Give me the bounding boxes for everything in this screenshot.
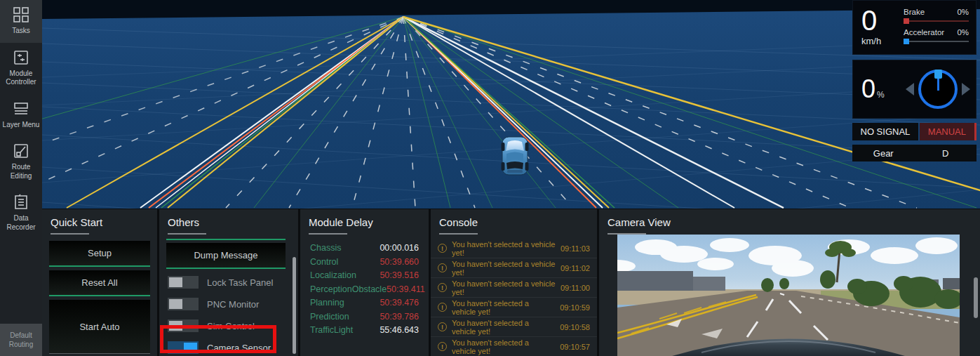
console-message-text: You haven't selected a vehicle yet! bbox=[452, 240, 556, 257]
panel-title: Module Delay bbox=[300, 209, 429, 228]
warning-icon: ! bbox=[438, 342, 447, 351]
sidebar-footer-label: Default Routing bbox=[0, 331, 42, 349]
panel-title: Others bbox=[159, 209, 298, 228]
vehicle-dashboard: 0 km/h Brake 0% Accelerator 0% bbox=[852, 0, 976, 161]
console-message-time: 09:11:02 bbox=[561, 264, 590, 272]
module-delay-panel: Module Delay Chassis 00:00.016 Control 5… bbox=[300, 209, 429, 356]
main-3d-viewport[interactable]: 0 km/h Brake 0% Accelerator 0% bbox=[42, 0, 980, 209]
module-name: Control bbox=[310, 256, 338, 270]
module-name: Localization bbox=[310, 269, 356, 283]
steering-wheel-knob bbox=[934, 70, 942, 79]
module-delay-row: TrafficLight 55:46.643 bbox=[310, 324, 419, 338]
ego-vehicle bbox=[502, 137, 529, 175]
toggle-row-camera-sensor: Camera Sensor bbox=[166, 339, 291, 356]
console-message-text: You haven't selected a vehicle yet! bbox=[452, 319, 555, 336]
quick-start-panel: Quick Start Setup Reset All Start Auto bbox=[42, 209, 157, 356]
signal-row: NO SIGNAL MANUAL bbox=[852, 123, 976, 140]
route-editing-icon bbox=[12, 142, 30, 160]
sidebar-item-default-routing[interactable]: Default Routing bbox=[0, 324, 42, 356]
sim-control-toggle[interactable] bbox=[168, 319, 199, 332]
module-name: Chassis bbox=[310, 242, 341, 256]
module-name: Planning bbox=[310, 296, 344, 310]
console-message-row: ! You haven't selected a vehicle yet! 09… bbox=[431, 278, 597, 298]
module-delay-row: Chassis 00:00.016 bbox=[310, 242, 419, 256]
toggle-label: Sim Control bbox=[207, 321, 255, 331]
driving-mode-badge: MANUAL bbox=[920, 123, 976, 140]
gear-value: D bbox=[915, 148, 977, 159]
module-delay-value: 50:39.476 bbox=[380, 296, 419, 310]
toggle-knob bbox=[169, 299, 182, 309]
panel-title: Console bbox=[431, 209, 597, 228]
console-message-text: You haven't selected a vehicle yet! bbox=[452, 338, 555, 355]
module-delay-row: Prediction 50:39.786 bbox=[310, 310, 419, 324]
console-panel: Console ! You haven't selected a vehicle… bbox=[431, 209, 597, 356]
camera-view-panel: Camera View bbox=[599, 209, 980, 356]
toggle-knob bbox=[169, 321, 182, 331]
bottom-panel-strip: Quick Start Setup Reset All Start Auto O… bbox=[42, 209, 980, 356]
sidebar: Tasks Module Controller Layer Menu Rou bbox=[0, 0, 42, 356]
title-underline bbox=[168, 233, 206, 235]
module-delay-row: PerceptionObstacle 50:39.411 bbox=[310, 283, 419, 297]
brake-slider bbox=[904, 20, 969, 22]
tasks-icon bbox=[12, 6, 30, 24]
brake-slider-knob bbox=[904, 18, 909, 24]
warning-icon: ! bbox=[438, 303, 447, 312]
brake-percent: 0% bbox=[957, 8, 969, 16]
warning-icon: ! bbox=[438, 283, 447, 292]
speed-unit: km/h bbox=[861, 36, 898, 46]
module-delay-value: 50:39.516 bbox=[380, 269, 419, 283]
module-delay-row: Control 50:39.660 bbox=[310, 256, 419, 270]
sidebar-item-label: Tasks bbox=[12, 27, 30, 36]
reset-all-button[interactable]: Reset All bbox=[49, 270, 150, 296]
module-delay-value: 50:39.660 bbox=[380, 256, 419, 270]
gear-label: Gear bbox=[852, 148, 915, 159]
dump-message-button[interactable]: Dump Message bbox=[166, 243, 286, 269]
console-message-text: You haven't selected a vehicle yet! bbox=[452, 299, 555, 316]
pnc-monitor-toggle[interactable] bbox=[168, 298, 199, 310]
sidebar-item-label: Data Recorder bbox=[1, 214, 41, 232]
brake-indicator: Brake 0% bbox=[904, 8, 969, 22]
data-recorder-icon bbox=[12, 193, 30, 211]
lock-task-panel-toggle[interactable] bbox=[168, 276, 199, 289]
module-name: PerceptionObstacle bbox=[310, 283, 387, 297]
sidebar-item-label: Module Controller bbox=[1, 70, 41, 87]
console-message-text: You haven't selected a vehicle yet! bbox=[452, 260, 556, 277]
setup-button[interactable]: Setup bbox=[49, 241, 150, 267]
sidebar-item-layer-menu[interactable]: Layer Menu bbox=[0, 94, 42, 137]
warning-icon: ! bbox=[438, 263, 447, 272]
sidebar-item-module-controller[interactable]: Module Controller bbox=[0, 43, 42, 94]
accelerator-indicator: Accelerator 0% bbox=[904, 28, 969, 42]
speed-value: 0 bbox=[861, 6, 898, 34]
camera-sensor-toggle[interactable] bbox=[168, 341, 199, 354]
console-message-time: 09:11:03 bbox=[561, 244, 590, 253]
toggle-label: Camera Sensor bbox=[207, 343, 271, 353]
sidebar-item-data-recorder[interactable]: Data Recorder bbox=[0, 187, 42, 239]
accelerator-percent: 0% bbox=[957, 28, 969, 37]
console-message-row: ! You haven't selected a vehicle yet! 09… bbox=[431, 239, 597, 258]
steering-unit: % bbox=[877, 90, 885, 100]
accelerator-slider-knob bbox=[904, 39, 909, 44]
brake-label: Brake bbox=[904, 8, 925, 16]
module-delay-value: 50:39.411 bbox=[387, 283, 425, 297]
module-delay-row: Planning 50:39.476 bbox=[310, 296, 419, 310]
steering-wheel-icon bbox=[918, 70, 958, 109]
steering-value: 0 bbox=[861, 74, 875, 103]
sidebar-item-route-editing[interactable]: Route Editing bbox=[0, 136, 42, 187]
module-delay-row: Localization 50:39.516 bbox=[310, 269, 419, 283]
console-message-row: ! You haven't selected a vehicle yet! 09… bbox=[431, 258, 597, 278]
sidebar-item-tasks[interactable]: Tasks bbox=[0, 0, 42, 43]
accelerator-label: Accelerator bbox=[904, 28, 944, 37]
module-delay-value: 55:46.643 bbox=[380, 324, 419, 338]
gear-row: Gear D bbox=[852, 145, 976, 161]
module-delay-value: 50:39.786 bbox=[380, 310, 419, 324]
panel-title: Quick Start bbox=[42, 209, 157, 228]
page-scrollbar[interactable] bbox=[974, 277, 978, 318]
others-panel-scrollbar[interactable] bbox=[293, 257, 296, 354]
console-message-row: ! You haven't selected a vehicle yet! 09… bbox=[431, 298, 597, 317]
start-auto-button[interactable]: Start Auto bbox=[49, 300, 150, 354]
toggle-row-lock-task-panel: Lock Task Panel bbox=[166, 274, 291, 291]
others-scroll-area: Dump Message Lock Task Panel PNC Monitor… bbox=[166, 239, 291, 356]
speed-panel: 0 km/h Brake 0% Accelerator 0% bbox=[852, 0, 976, 55]
accelerator-slider bbox=[904, 41, 969, 42]
steer-right-arrow-icon bbox=[962, 83, 970, 95]
